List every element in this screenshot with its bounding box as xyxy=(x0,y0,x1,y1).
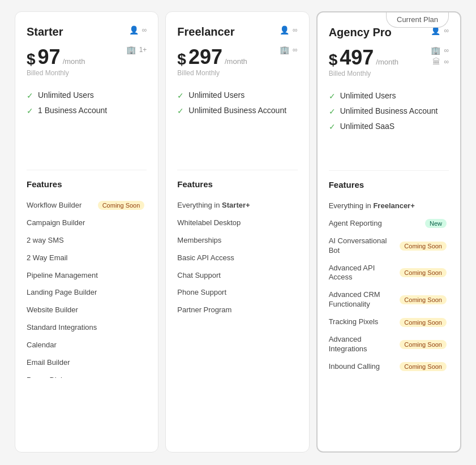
feature-row: Memberships xyxy=(177,232,295,249)
feature-row: Calendar xyxy=(27,337,144,354)
price-section: $ 97 /month Billed Monthly xyxy=(27,45,85,86)
feature-name: Campaign Builder xyxy=(27,218,144,228)
plan-header: Freelancer 👤 ∞ xyxy=(177,25,297,38)
saas-limit: ∞ xyxy=(444,58,449,66)
feature-name: Everything in Starter+ xyxy=(177,201,295,210)
features-list[interactable]: Workflow BuilderComing Soon Campaign Bui… xyxy=(27,197,147,378)
price-amount: 97 xyxy=(38,45,61,69)
feature-name: 2 Way Email xyxy=(27,253,144,263)
user-limit: ∞ xyxy=(142,26,147,34)
feature-row: Campaign Builder xyxy=(27,214,144,232)
plan-name: Agency Pro xyxy=(329,26,392,39)
included-feature-text: Unlimited Users xyxy=(188,91,245,100)
plan-icons: 👤 ∞ xyxy=(280,25,298,35)
feature-name: Memberships xyxy=(177,236,295,246)
billing-text: Billed Monthly xyxy=(177,69,247,77)
billing-text: Billed Monthly xyxy=(329,70,398,78)
features-section: Features Everything in Freelancer+ Agent… xyxy=(329,170,449,451)
feature-row: Email Builder xyxy=(27,354,144,372)
included-features: ✓ Unlimited Users ✓ Unlimited Business A… xyxy=(177,91,297,158)
price-header-row: $ 497 /month Billed Monthly 🏢 ∞ 🏛 ∞ xyxy=(329,46,449,89)
plan-name: Freelancer xyxy=(177,25,234,38)
user-limit: ∞ xyxy=(444,27,449,35)
price-row: $ 97 /month xyxy=(27,45,85,69)
features-list[interactable]: Everything in Freelancer+ Agent Reportin… xyxy=(329,197,449,378)
account-limit: 1+ xyxy=(139,46,147,54)
plan-header: Agency Pro 👤 ∞ xyxy=(329,26,449,39)
feature-name: Everything in Freelancer+ xyxy=(329,201,447,211)
feature-row: Advanced CRM FunctionalityComing Soon xyxy=(329,286,447,313)
icon-row-users: 👤 ∞ xyxy=(280,25,298,35)
feature-name: Advanced CRM Functionality xyxy=(329,290,396,309)
icon-row-saas: 🏛 ∞ xyxy=(432,57,449,66)
included-feature-item: ✓ Unlimited Users xyxy=(177,91,297,100)
saas-icon: 🏛 xyxy=(432,57,440,66)
feature-row: Everything in Freelancer+ xyxy=(329,197,447,215)
feature-row: Workflow BuilderComing Soon xyxy=(27,197,144,214)
feature-row: Tracking PixelsComing Soon xyxy=(329,313,447,331)
feature-name: Power Dialer xyxy=(27,376,144,378)
plan-icons: 👤 ∞ xyxy=(129,25,147,35)
included-feature-item: ✓ Unlimited Users xyxy=(27,91,147,100)
feature-badge-coming-soon: Coming Soon xyxy=(400,295,447,304)
price-row: $ 297 /month xyxy=(177,45,247,69)
feature-row: AI Conversational BotComing Soon xyxy=(329,232,447,260)
check-icon: ✓ xyxy=(329,107,336,116)
feature-row: 2 Way Email xyxy=(27,249,144,267)
price-period: /month xyxy=(225,57,247,66)
plan-card-agency-pro: Current Plan Agency Pro 👤 ∞ $ 497 /month… xyxy=(316,11,461,453)
included-features: ✓ Unlimited Users ✓ 1 Business Account xyxy=(27,91,147,158)
included-feature-item: ✓ Unlimited Users xyxy=(329,91,449,101)
included-feature-item: ✓ 1 Business Account xyxy=(27,106,147,115)
feature-name: Pipeline Management xyxy=(27,271,144,281)
feature-row: Phone Support xyxy=(177,284,295,302)
feature-badge-coming-soon: Coming Soon xyxy=(400,340,447,349)
check-icon: ✓ xyxy=(177,91,184,100)
price-period: /month xyxy=(63,57,85,66)
feature-name: Advanced Integrations xyxy=(329,335,396,354)
account-limit: ∞ xyxy=(293,46,298,54)
price-amount: 297 xyxy=(188,45,222,69)
features-title: Features xyxy=(177,179,297,189)
feature-badge-coming-soon: Coming Soon xyxy=(400,242,447,251)
price-icons: 🏢 1+ xyxy=(126,45,147,54)
feature-name: 2 way SMS xyxy=(27,236,144,246)
feature-row: Standard Integrations xyxy=(27,319,144,337)
building-icon: 🏢 xyxy=(431,46,440,55)
feature-row: Basic API Access xyxy=(177,249,295,267)
feature-name: Basic API Access xyxy=(177,253,295,263)
included-feature-text: Unlimited SaaS xyxy=(340,122,395,131)
price-header-row: $ 297 /month Billed Monthly 🏢 ∞ xyxy=(177,45,297,88)
feature-name: AI Conversational Bot xyxy=(329,236,396,256)
feature-name: Inbound Calling xyxy=(329,362,396,372)
icon-row-accounts: 🏢 ∞ xyxy=(280,45,298,54)
feature-name: Agent Reporting xyxy=(329,219,421,229)
price-row: $ 497 /month xyxy=(329,46,398,70)
feature-name: Calendar xyxy=(27,341,144,350)
check-icon: ✓ xyxy=(177,106,184,115)
user-icon: 👤 xyxy=(129,25,139,35)
feature-row: Website Builder xyxy=(27,302,144,319)
user-limit: ∞ xyxy=(293,26,298,34)
plan-card-starter: Starter 👤 ∞ $ 97 /month Billed Monthly 🏢… xyxy=(15,11,158,453)
feature-row: Everything in Starter+ xyxy=(177,197,295,214)
included-feature-item: ✓ Unlimited Business Account xyxy=(329,106,449,116)
building-icon: 🏢 xyxy=(280,45,289,54)
feature-row: Chat Support xyxy=(177,267,295,285)
price-section: $ 297 /month Billed Monthly xyxy=(177,45,247,86)
dollar-sign: $ xyxy=(177,50,186,69)
feature-name: Whitelabel Desktop xyxy=(177,218,295,228)
feature-name: Tracking Pixels xyxy=(329,317,396,327)
included-feature-text: 1 Business Account xyxy=(38,106,107,115)
features-list[interactable]: Everything in Starter+ Whitelabel Deskto… xyxy=(177,197,297,378)
check-icon: ✓ xyxy=(27,106,33,115)
feature-name: Landing Page Builder xyxy=(27,288,144,298)
feature-name: Phone Support xyxy=(177,288,295,298)
features-section: Features Everything in Starter+ Whitelab… xyxy=(177,170,297,452)
feature-row: Partner Program xyxy=(177,302,295,319)
dollar-sign: $ xyxy=(27,50,36,69)
feature-name: Partner Program xyxy=(177,305,295,315)
price-header-row: $ 97 /month Billed Monthly 🏢 1+ xyxy=(27,45,147,88)
check-icon: ✓ xyxy=(329,122,336,131)
pricing-container: Starter 👤 ∞ $ 97 /month Billed Monthly 🏢… xyxy=(11,11,465,453)
